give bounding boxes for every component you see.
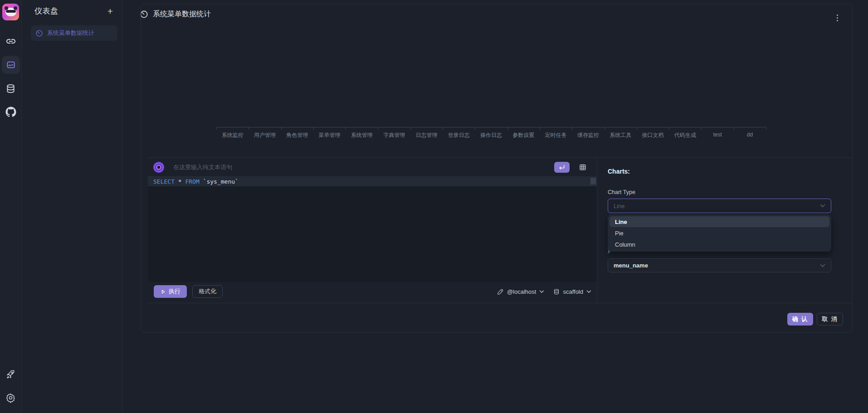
- editor-footer: 执行 格式化 @localhost: [148, 282, 597, 303]
- query-workbench: 在这里输入纯文本语句: [148, 157, 852, 303]
- chart-type-option-column[interactable]: Column: [610, 239, 829, 250]
- axis-category-label: 接口文档: [637, 127, 669, 139]
- natural-language-input[interactable]: 在这里输入纯文本语句: [173, 163, 545, 171]
- database-label: scaffold: [563, 288, 583, 295]
- chart-type-select[interactable]: Line: [608, 199, 831, 213]
- axis-category-label: 字典管理: [378, 127, 410, 139]
- kebab-menu-icon[interactable]: [835, 13, 839, 23]
- dashboard-card: 系统监控用户管理角色管理菜单管理系统管理字典管理日志管理登录日志操作日志参数设置…: [141, 4, 853, 333]
- cancel-button[interactable]: 取 消: [817, 313, 843, 326]
- sidebar-rail-item-database[interactable]: [2, 79, 20, 97]
- format-button[interactable]: 格式化: [192, 285, 223, 298]
- axis-category-label: 缓存监控: [572, 127, 604, 139]
- card-actions: 确 认 取 消: [787, 313, 843, 326]
- chevron-down-icon: [539, 290, 544, 293]
- editor-toolbar: 在这里输入纯文本语句: [148, 158, 597, 177]
- axis-category-label: 用户管理: [249, 127, 281, 139]
- github-icon: [5, 107, 16, 117]
- chart-type-dropdown: LinePieColumn: [608, 214, 831, 252]
- axis-category-label: 代码生成: [669, 127, 701, 139]
- dashboard-sidebar: 仪表盘 + 系统菜单数据统计: [22, 0, 122, 413]
- main-area: 系统菜单数据统计 系统监控用户管理角色管理菜单管理系统管理字典管理日志管理登录日…: [122, 0, 868, 413]
- charts-heading: Charts:: [608, 168, 630, 175]
- chevron-down-icon: [820, 204, 825, 208]
- rocket-button[interactable]: [2, 365, 20, 383]
- chart-type-option-line[interactable]: Line: [610, 216, 829, 227]
- sql-editor: 在这里输入纯文本语句: [148, 158, 597, 303]
- axis-category-label: 系统工具: [605, 127, 637, 139]
- run-button[interactable]: 执行: [154, 285, 187, 298]
- chart-type-label: Chart Type: [608, 189, 635, 195]
- axis-category-label: 登录日志: [443, 127, 475, 139]
- pen-icon: [497, 288, 504, 295]
- settings-gear-icon: [5, 393, 16, 403]
- icon-rail: [0, 0, 22, 413]
- database-icon: [553, 288, 560, 295]
- axis-category-label: 角色管理: [281, 127, 313, 139]
- connection-label: @localhost: [507, 288, 536, 295]
- sidebar-item-label: 系统菜单数据统计: [47, 29, 94, 37]
- chart-settings-panel: Charts: Chart Type Line LinePieColumn yA…: [597, 158, 852, 303]
- editor-scrollbar[interactable]: [590, 178, 596, 185]
- enter-icon: [558, 164, 566, 170]
- sql-token: *: [175, 178, 185, 185]
- yaxis-select[interactable]: menu_name: [608, 258, 831, 272]
- rocket-icon: [5, 369, 16, 379]
- yaxis-value: menu_name: [614, 262, 648, 269]
- submit-nl-button[interactable]: [554, 162, 570, 173]
- gauge-icon: [35, 29, 43, 37]
- table-view-icon[interactable]: [579, 163, 587, 171]
- axis-category-label: 定时任务: [540, 127, 572, 139]
- chart-type-option-pie[interactable]: Pie: [610, 228, 829, 238]
- chart-type-value: Line: [614, 203, 625, 209]
- sidebar-rail-item-connections[interactable]: [2, 32, 20, 50]
- axis-category-label: 菜单管理: [313, 127, 346, 139]
- settings-button[interactable]: [2, 389, 20, 407]
- sidebar-header: 仪表盘 +: [22, 0, 122, 22]
- axis-category-label: 系统管理: [346, 127, 378, 139]
- dashboard-chart-icon: [6, 60, 16, 70]
- ai-assistant-icon[interactable]: [153, 162, 164, 173]
- sidebar-rail-item-github[interactable]: [2, 103, 20, 121]
- panda-logo-icon: [5, 8, 16, 16]
- sql-token: `sys_menu`: [200, 178, 239, 185]
- sidebar-title: 仪表盘: [34, 6, 106, 16]
- database-selector[interactable]: scaffold: [553, 288, 591, 295]
- axis-category-label: 系统监控: [216, 127, 249, 139]
- add-dashboard-button[interactable]: +: [106, 5, 115, 17]
- chart-x-axis: 系统监控用户管理角色管理菜单管理系统管理字典管理日志管理登录日志操作日志参数设置…: [216, 127, 766, 139]
- link-icon: [5, 36, 16, 47]
- chevron-down-icon: [820, 264, 825, 267]
- chevron-down-icon: [586, 290, 591, 293]
- axis-category-label: 参数设置: [507, 127, 540, 139]
- app-logo[interactable]: [2, 4, 19, 20]
- database-icon: [5, 83, 16, 94]
- sql-token: FROM: [185, 178, 199, 185]
- sql-code-area[interactable]: SELECT * FROM `sys_menu`: [148, 177, 597, 282]
- confirm-button[interactable]: 确 认: [787, 313, 814, 326]
- connection-selector[interactable]: @localhost: [497, 288, 545, 295]
- axis-category-label: 操作日志: [475, 127, 507, 139]
- axis-category-label: dd: [734, 127, 766, 139]
- sidebar-rail-item-dashboard[interactable]: [2, 56, 20, 74]
- sql-token: SELECT: [153, 178, 175, 185]
- axis-category-label: test: [701, 127, 733, 139]
- sidebar-item-dashboard[interactable]: 系统菜单数据统计: [31, 25, 117, 41]
- axis-category-label: 日志管理: [410, 127, 443, 139]
- play-icon: [160, 289, 166, 295]
- sql-line[interactable]: SELECT * FROM `sys_menu`: [148, 177, 597, 186]
